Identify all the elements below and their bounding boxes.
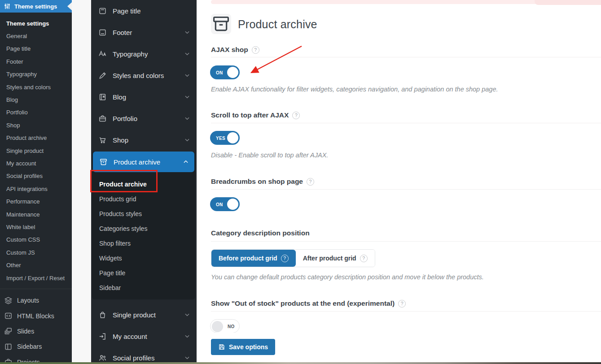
- save-options-button[interactable]: Save options: [211, 339, 275, 355]
- toggle-knob: [227, 132, 238, 143]
- sidebar-item-typography[interactable]: Typography: [91, 43, 197, 65]
- wp-submenu-item-api-integrations[interactable]: API integrations: [0, 182, 72, 195]
- wp-submenu-item-maintenance[interactable]: Maintenance: [0, 208, 72, 221]
- wp-submenu-item-social-profiles[interactable]: Social profiles: [0, 170, 72, 182]
- wp-menu-header-theme-settings[interactable]: Theme settings: [0, 0, 72, 13]
- wp-submenu-item-single-product[interactable]: Single product: [0, 144, 72, 157]
- toggle-knob: [212, 321, 223, 332]
- styles-colors-icon: [98, 71, 107, 80]
- sidebar-item-label: Styles and colors: [113, 72, 164, 79]
- toggle-knob: [227, 67, 238, 78]
- save-bar: Save options: [197, 333, 601, 362]
- ajax-shop-toggle[interactable]: ON: [210, 65, 240, 79]
- theme-settings-page: Theme settings Theme settings General Pa…: [0, 0, 601, 364]
- layouts-icon: [4, 296, 13, 305]
- wp-submenu-item-shop[interactable]: Shop: [0, 119, 72, 131]
- chevron-down-icon: [184, 29, 190, 35]
- option-after-product-grid[interactable]: After product grid ?: [296, 250, 375, 267]
- help-icon[interactable]: ?: [398, 300, 406, 308]
- help-icon[interactable]: ?: [252, 46, 259, 54]
- wp-submenu-item-styles-and-colors[interactable]: Styles and colors: [0, 81, 72, 93]
- submenu-item-sidebar[interactable]: Sidebar: [92, 280, 195, 295]
- sidebar-item-styles-and-colors[interactable]: Styles and colors: [91, 65, 197, 86]
- wp-submenu-item-portfolio[interactable]: Portfolio: [0, 106, 72, 119]
- submenu-item-product-archive[interactable]: Product archive: [92, 177, 195, 191]
- chevron-up-icon: [183, 159, 189, 165]
- toggle-knob: [227, 199, 238, 210]
- chevron-down-icon: [184, 312, 190, 318]
- wp-menu-item-layouts[interactable]: Layouts: [0, 293, 72, 308]
- product-archive-group: Product archive Product archive Products…: [92, 152, 195, 299]
- separator: [211, 57, 601, 57]
- sidebar-item-shop[interactable]: Shop: [91, 129, 197, 151]
- wp-submenu-item-performance[interactable]: Performance: [0, 195, 72, 208]
- wp-tool-label: Sidebars: [17, 343, 42, 350]
- scroll-top-toggle[interactable]: YES: [210, 131, 240, 145]
- heading-category-position: Category description position: [211, 229, 310, 237]
- scroll-top-description: Disable - Enable scroll to top after AJA…: [211, 152, 328, 159]
- heading-breadcrumbs: Breadcrumbs on shop page ?: [211, 178, 314, 186]
- wp-tools-menu: Layouts HTML Blocks Slides Sidebars: [0, 289, 72, 364]
- sidebar-item-label: Portfolio: [113, 115, 137, 122]
- sidebar-item-social-profiles[interactable]: Social profiles: [91, 347, 197, 364]
- sidebar-item-single-product[interactable]: Single product: [91, 304, 197, 325]
- wp-submenu-item-custom-css[interactable]: Custom CSS: [0, 234, 72, 246]
- wp-submenu-item-blog[interactable]: Blog: [0, 93, 72, 106]
- sidebar-item-label: Page title: [113, 7, 141, 15]
- page-title: Product archive: [238, 18, 317, 31]
- help-icon[interactable]: ?: [307, 178, 314, 186]
- wp-submenu: Theme settings General Page title Footer…: [0, 13, 72, 284]
- wp-submenu-item-custom-js[interactable]: Custom JS: [0, 246, 72, 259]
- submenu-item-page-title[interactable]: Page title: [92, 265, 195, 280]
- wp-menu-item-slides[interactable]: Slides: [0, 324, 72, 339]
- chevron-down-icon: [184, 355, 190, 361]
- sidebar-item-page-title[interactable]: Page title: [91, 0, 197, 22]
- submenu-item-products-styles[interactable]: Products styles: [92, 206, 195, 221]
- sliders-icon: [4, 3, 11, 10]
- sidebar-item-label: Single product: [113, 311, 156, 319]
- page-title-icon: [98, 7, 107, 15]
- main-content: Product archive AJAX shop ? ON Enable AJ…: [197, 0, 601, 364]
- wp-submenu-item-import-export-reset[interactable]: Import / Export / Reset: [0, 272, 72, 284]
- wp-submenu-item-general[interactable]: General: [0, 30, 72, 42]
- wp-submenu-item-product-archive[interactable]: Product archive: [0, 132, 72, 144]
- sidebar-item-label: Footer: [113, 29, 132, 36]
- wp-submenu-item-my-account[interactable]: My account: [0, 157, 72, 169]
- option-before-product-grid[interactable]: Before product grid ?: [211, 250, 296, 267]
- wp-submenu-item-page-title[interactable]: Page title: [0, 43, 72, 55]
- wp-submenu-item-white-label[interactable]: White label: [0, 221, 72, 233]
- wp-submenu-item-theme-settings[interactable]: Theme settings: [0, 17, 72, 30]
- sidebar-item-label: Blog: [113, 93, 126, 101]
- sidebar-item-blog[interactable]: Blog: [91, 86, 197, 108]
- wp-menu-header-label: Theme settings: [14, 3, 57, 10]
- wp-menu-item-sidebars[interactable]: Sidebars: [0, 339, 72, 354]
- sidebar-item-footer[interactable]: Footer: [91, 22, 197, 43]
- chevron-down-icon: [184, 94, 190, 100]
- submenu-item-products-grid[interactable]: Products grid: [92, 191, 195, 206]
- wp-tool-label: HTML Blocks: [17, 312, 54, 320]
- submenu-item-categories-styles[interactable]: Categories styles: [92, 221, 195, 236]
- wp-submenu-item-other[interactable]: Other: [0, 259, 72, 271]
- help-icon[interactable]: ?: [360, 255, 368, 262]
- wp-menu-item-html-blocks[interactable]: HTML Blocks: [0, 308, 72, 324]
- wp-submenu-item-typography[interactable]: Typography: [0, 68, 72, 81]
- save-icon: [218, 343, 225, 351]
- out-of-stock-toggle[interactable]: NO: [210, 319, 240, 333]
- wp-submenu-item-footer[interactable]: Footer: [0, 55, 72, 68]
- help-icon[interactable]: ?: [281, 255, 289, 262]
- sidebar-item-label: Typography: [113, 50, 148, 58]
- sidebar-item-product-archive-active[interactable]: Product archive: [93, 152, 194, 172]
- submenu-item-widgets[interactable]: Widgets: [92, 251, 195, 265]
- separator: [211, 241, 601, 242]
- breadcrumbs-toggle[interactable]: ON: [210, 197, 240, 211]
- chevron-down-icon: [184, 72, 190, 78]
- sidebar-item-my-account[interactable]: My account: [91, 325, 197, 347]
- separator: [211, 189, 601, 190]
- my-account-icon: [98, 332, 107, 341]
- sidebar-item-portfolio[interactable]: Portfolio: [91, 108, 197, 129]
- background-page-sliver: [0, 362, 601, 364]
- help-icon[interactable]: ?: [292, 112, 300, 119]
- submenu-item-shop-filters[interactable]: Shop filters: [92, 236, 195, 251]
- social-profiles-icon: [98, 354, 107, 362]
- footer-icon: [98, 28, 107, 37]
